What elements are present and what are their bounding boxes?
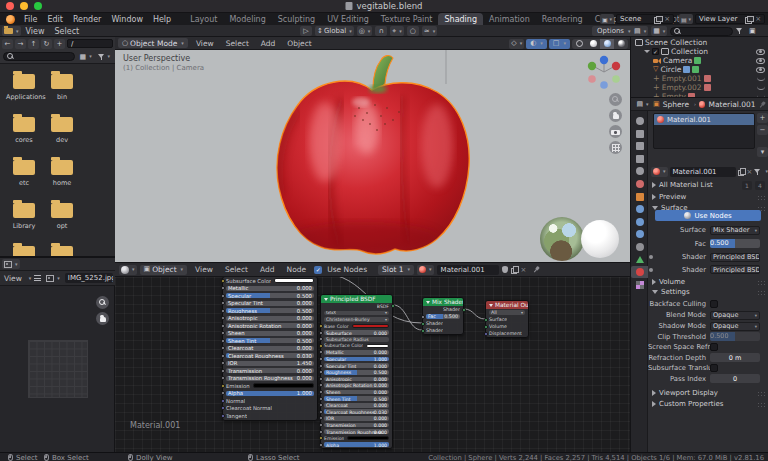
input-socket[interactable] — [221, 331, 225, 335]
image-editor-type-icon[interactable]: ▾ — [2, 259, 20, 269]
properties-tab-render-icon[interactable] — [631, 128, 648, 140]
node-row-fac[interactable]: Fac0.500 — [423, 313, 463, 320]
workspace-tab-uv-editing[interactable]: UV Editing — [321, 13, 375, 25]
input-socket[interactable] — [221, 369, 225, 373]
outliner-editor-type-icon[interactable]: ▤▾ — [632, 26, 648, 36]
workspace-tab-texture-paint[interactable]: Texture Paint — [375, 13, 439, 25]
color-swatch[interactable] — [366, 344, 389, 349]
workspace-tab-modeling[interactable]: Modeling — [223, 13, 271, 25]
collection-checkbox[interactable]: ✓ — [652, 48, 659, 55]
zoom-icon[interactable] — [96, 296, 109, 309]
create-directory-icon[interactable]: + — [54, 39, 65, 49]
node-row-specular[interactable]: Specular1.000 — [321, 356, 392, 363]
input-socket[interactable] — [319, 357, 323, 361]
input-socket[interactable] — [421, 329, 425, 333]
input-socket[interactable] — [221, 414, 225, 418]
shading-wireframe-icon[interactable] — [572, 39, 586, 49]
properties-tab-object-icon[interactable] — [631, 191, 648, 203]
outliner-row-scene-collection[interactable]: Scene Collection — [631, 38, 768, 47]
overlays-toggle-icon[interactable]: ◐▾ — [526, 39, 547, 49]
remove-view-layer-icon[interactable]: × — [755, 15, 761, 23]
new-scene-icon[interactable] — [654, 16, 661, 23]
material-name-field[interactable]: Material.001 — [437, 265, 499, 275]
new-material-icon[interactable] — [738, 168, 745, 175]
node-row-subsurface-color[interactable]: Subsurface Color — [223, 277, 317, 285]
file-search[interactable] — [3, 52, 75, 61]
input-socket[interactable] — [221, 301, 225, 305]
shader-select[interactable]: Principled BSDF▾ — [710, 265, 760, 274]
properties-tab-texture-icon[interactable] — [631, 279, 648, 291]
principled-bsdf-header[interactable]: Principled BSDF — [321, 295, 392, 303]
node-row-emission[interactable]: Emission — [223, 382, 317, 390]
refraction-depth-field[interactable]: 0 m — [710, 353, 760, 362]
color-swatch[interactable] — [274, 278, 314, 283]
options-button[interactable]: Options▾ — [592, 26, 636, 36]
node-row-roughness[interactable]: Roughness0.500 — [223, 307, 317, 315]
new-collection-icon[interactable]: ▣ — [746, 26, 758, 36]
node-row-metallic[interactable]: Metallic0.000 — [223, 285, 317, 293]
path-field[interactable] — [67, 39, 113, 48]
input-socket[interactable] — [221, 376, 225, 380]
new-material-icon[interactable] — [511, 266, 518, 273]
browse-material-icon[interactable]: ▾ — [417, 265, 434, 275]
viewport-menu-select[interactable]: Select — [221, 39, 254, 48]
outliner-row-collection[interactable]: ✓Collection — [631, 47, 768, 56]
shader-menu-view[interactable]: View — [190, 265, 218, 274]
add-slot-button[interactable]: + — [757, 113, 768, 123]
properties-tab-modifiers-icon[interactable] — [631, 203, 648, 215]
outliner-display-mode-icon[interactable]: ▦▾ — [651, 26, 667, 36]
breadcrumb-object[interactable]: Sphere — [663, 100, 689, 109]
use-nodes-checkbox[interactable]: ✓ — [314, 266, 322, 274]
3d-viewport[interactable]: User Perspective (1) Collection | Camera — [115, 50, 630, 262]
input-socket[interactable] — [319, 403, 323, 407]
node-row-clearcoat-roughness[interactable]: Clearcoat Roughness0.030 — [223, 352, 317, 360]
properties-tab-particles-icon[interactable] — [631, 216, 648, 228]
folder-item[interactable] — [44, 246, 80, 256]
node-row-christensen-burley[interactable]: Christensen-Burley▾ — [321, 316, 392, 323]
folder-item[interactable]: dev — [44, 117, 80, 144]
color-swatch[interactable] — [347, 436, 389, 441]
scene-name[interactable]: Scene — [620, 15, 641, 23]
shading-material-icon[interactable] — [600, 39, 614, 49]
zoom-icon[interactable] — [609, 93, 622, 106]
shading-rendered-icon[interactable] — [614, 39, 628, 49]
close-window-button[interactable] — [6, 2, 14, 10]
outliner-row-empty-001[interactable]: +Empty.001 — [631, 74, 768, 83]
input-socket[interactable] — [319, 423, 323, 427]
folder-item[interactable]: etc — [6, 160, 42, 187]
collapsed-menus-icon[interactable] — [34, 275, 41, 281]
input-socket[interactable] — [221, 316, 225, 320]
remove-slot-button[interactable]: − — [757, 125, 768, 135]
backface-culling-checkbox[interactable] — [710, 300, 718, 308]
node-row-specular[interactable]: Specular0.500 — [223, 292, 317, 300]
workspace-tab-animation[interactable]: Animation — [483, 13, 536, 25]
node-row-specular-tint[interactable]: Specular Tint0.000 — [321, 362, 392, 369]
input-socket[interactable] — [221, 294, 225, 298]
input-socket[interactable] — [221, 286, 225, 290]
active-tool-icon[interactable]: ▷ — [300, 26, 312, 36]
menu-render[interactable]: Render — [68, 15, 106, 24]
clip-threshold-slider[interactable]: 0.500 — [710, 332, 760, 341]
input-socket[interactable] — [319, 331, 323, 335]
shading-solid-icon[interactable] — [586, 39, 600, 49]
shader-menu-add[interactable]: Add — [255, 265, 280, 274]
properties-tab-tool-icon[interactable] — [631, 115, 648, 127]
color-swatch[interactable] — [253, 383, 314, 388]
subsurface-translucency-checkbox[interactable] — [710, 364, 718, 372]
properties-tab-constraints-icon[interactable] — [631, 241, 648, 253]
node-row-sheen-tint[interactable]: Sheen Tint0.500 — [223, 337, 317, 345]
node-row-roughness[interactable]: Roughness0.500 — [321, 369, 392, 376]
view-layer-icon[interactable]: ▤▾ — [679, 14, 693, 24]
node-row-alpha[interactable]: Alpha1.000 — [321, 441, 392, 448]
input-socket[interactable] — [319, 324, 323, 328]
node-row-transmission-roughness[interactable]: Transmission Roughness0.000 — [321, 428, 392, 435]
folder-item[interactable] — [6, 246, 42, 256]
viewport-menu-add[interactable]: Add — [256, 39, 281, 48]
pivot-point-icon[interactable]: ◎▾ — [357, 26, 373, 36]
properties-tab-object-data-icon[interactable] — [631, 254, 648, 266]
output-socket[interactable] — [462, 308, 466, 312]
input-socket[interactable] — [319, 443, 323, 447]
filter-icon[interactable]: ▾ — [96, 52, 112, 62]
collapse-icon[interactable] — [324, 298, 328, 301]
node-row-clearcoat-roughness[interactable]: Clearcoat Roughness0.030 — [321, 409, 392, 416]
